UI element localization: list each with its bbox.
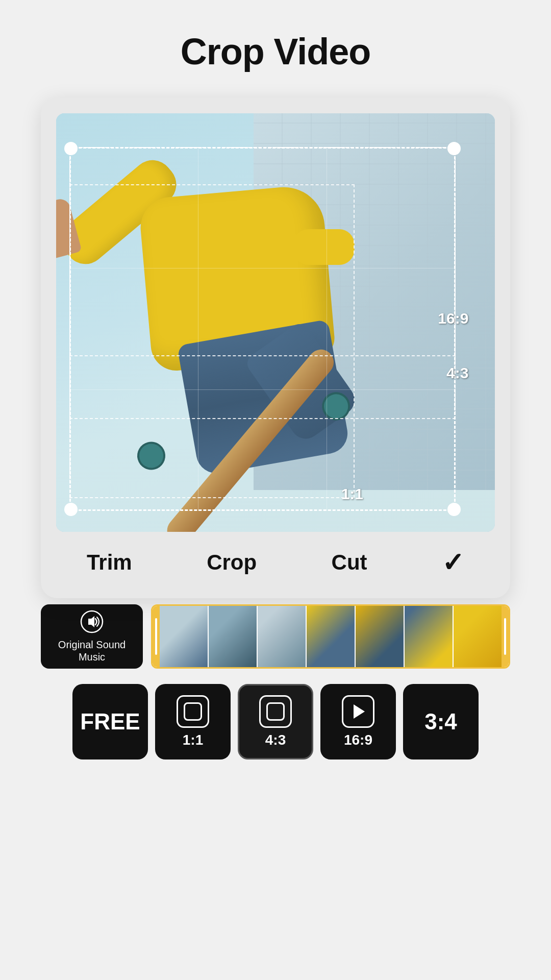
- video-background: 16:9 4:3 1:1: [56, 113, 495, 532]
- trim-line-right: [504, 618, 506, 655]
- ratio-4-3-icon: [259, 695, 292, 728]
- audio-label: Original Sound Music: [58, 639, 126, 663]
- frame-6: [405, 606, 453, 667]
- ratio-1-1-icon: [177, 695, 209, 728]
- audio-icon: [80, 610, 104, 633]
- frame-1: [160, 606, 208, 667]
- ratio-4-3-button[interactable]: 4:3: [238, 684, 313, 760]
- ratio-free-label: FREE: [80, 709, 140, 734]
- trim-button[interactable]: Trim: [87, 550, 132, 575]
- trim-handle-left[interactable]: [153, 606, 160, 667]
- frame-2: [209, 606, 257, 667]
- timeline-section: Original Sound Music: [41, 603, 510, 670]
- frame-5: [356, 606, 404, 667]
- ratio-16-9-button[interactable]: 16:9: [320, 684, 396, 760]
- trim-handle-right[interactable]: [502, 606, 509, 667]
- ratio-16-9-icon: [342, 695, 374, 728]
- frame-7: [454, 606, 502, 667]
- ratio-1-1-label: 1:1: [183, 732, 203, 748]
- ratio-3-4-button[interactable]: 3:4: [403, 684, 479, 760]
- cut-button[interactable]: Cut: [332, 550, 367, 575]
- trim-line-left: [155, 618, 157, 655]
- page-title: Crop Video: [181, 31, 371, 72]
- frame-3: [258, 606, 306, 667]
- confirm-button[interactable]: ✓: [442, 547, 464, 578]
- ratio-buttons: FREE 1:1 4:3 16:9 3:4: [41, 684, 510, 760]
- ratio-4-3-label: 4:3: [265, 732, 286, 748]
- ratio-1-1-button[interactable]: 1:1: [155, 684, 231, 760]
- timeline-strip[interactable]: [151, 604, 510, 669]
- ratio-16-9-label: 16:9: [344, 732, 372, 748]
- crop-button[interactable]: Crop: [207, 550, 257, 575]
- skater-arm-right: [293, 229, 355, 265]
- timeline-frames: [160, 606, 502, 667]
- ratio-3-4-label: 3:4: [424, 709, 457, 734]
- video-preview[interactable]: 16:9 4:3 1:1: [56, 113, 495, 532]
- editor-card: 16:9 4:3 1:1 Trim Crop Cut ✓: [41, 98, 510, 598]
- frame-4: [307, 606, 355, 667]
- ratio-free-button[interactable]: FREE: [72, 684, 148, 760]
- toolbar: Trim Crop Cut ✓: [56, 532, 495, 583]
- audio-track[interactable]: Original Sound Music: [41, 604, 143, 669]
- svg-marker-1: [88, 616, 94, 627]
